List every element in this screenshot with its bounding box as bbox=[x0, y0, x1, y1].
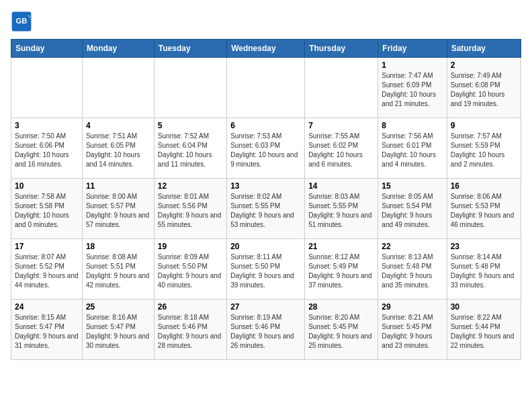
day-number: 17 bbox=[15, 242, 79, 251]
calendar-week-3: 17Sunrise: 8:07 AMSunset: 5:52 PMDayligh… bbox=[11, 239, 521, 300]
day-info: Sunrise: 8:03 AMSunset: 5:55 PMDaylight:… bbox=[308, 192, 374, 230]
day-info: Sunrise: 7:58 AMSunset: 5:58 PMDaylight:… bbox=[15, 192, 79, 230]
day-info: Sunrise: 7:55 AMSunset: 6:02 PMDaylight:… bbox=[308, 132, 374, 169]
calendar-cell: 8Sunrise: 7:56 AMSunset: 6:01 PMDaylight… bbox=[378, 118, 447, 179]
header-row: SundayMondayTuesdayWednesdayThursdayFrid… bbox=[11, 40, 521, 58]
calendar-cell bbox=[305, 58, 378, 118]
day-number: 26 bbox=[158, 302, 223, 312]
day-info: Sunrise: 8:13 AMSunset: 5:48 PMDaylight:… bbox=[382, 253, 443, 290]
calendar-cell: 3Sunrise: 7:50 AMSunset: 6:06 PMDaylight… bbox=[11, 118, 83, 179]
calendar-cell: 2Sunrise: 7:49 AMSunset: 6:08 PMDaylight… bbox=[447, 58, 521, 118]
day-number: 30 bbox=[451, 302, 517, 312]
day-info: Sunrise: 8:14 AMSunset: 5:48 PMDaylight:… bbox=[451, 253, 517, 290]
day-number: 10 bbox=[15, 181, 79, 191]
day-info: Sunrise: 8:15 AMSunset: 5:47 PMDaylight:… bbox=[15, 313, 79, 351]
calendar-body: 1Sunrise: 7:47 AMSunset: 6:09 PMDaylight… bbox=[11, 58, 521, 360]
day-number: 8 bbox=[382, 121, 443, 130]
day-info: Sunrise: 8:22 AMSunset: 5:44 PMDaylight:… bbox=[451, 313, 517, 351]
day-number: 22 bbox=[382, 242, 443, 251]
calendar-cell: 16Sunrise: 8:06 AMSunset: 5:53 PMDayligh… bbox=[447, 179, 521, 239]
day-number: 2 bbox=[451, 60, 517, 70]
calendar-cell: 5Sunrise: 7:52 AMSunset: 6:04 PMDaylight… bbox=[154, 118, 226, 179]
weekday-header-tuesday: Tuesday bbox=[154, 40, 226, 58]
calendar-week-0: 1Sunrise: 7:47 AMSunset: 6:09 PMDaylight… bbox=[11, 58, 521, 118]
calendar-cell: 13Sunrise: 8:02 AMSunset: 5:55 PMDayligh… bbox=[227, 179, 305, 239]
day-info: Sunrise: 7:56 AMSunset: 6:01 PMDaylight:… bbox=[382, 132, 443, 169]
calendar-cell: 22Sunrise: 8:13 AMSunset: 5:48 PMDayligh… bbox=[378, 239, 447, 300]
calendar-cell: 30Sunrise: 8:22 AMSunset: 5:44 PMDayligh… bbox=[447, 300, 521, 360]
calendar-cell: 25Sunrise: 8:16 AMSunset: 5:47 PMDayligh… bbox=[82, 300, 154, 360]
day-info: Sunrise: 8:11 AMSunset: 5:50 PMDaylight:… bbox=[230, 253, 301, 290]
day-info: Sunrise: 8:19 AMSunset: 5:46 PMDaylight:… bbox=[230, 313, 301, 351]
calendar-cell: 27Sunrise: 8:19 AMSunset: 5:46 PMDayligh… bbox=[227, 300, 305, 360]
calendar-cell: 23Sunrise: 8:14 AMSunset: 5:48 PMDayligh… bbox=[447, 239, 521, 300]
calendar-cell: 10Sunrise: 7:58 AMSunset: 5:58 PMDayligh… bbox=[11, 179, 83, 239]
calendar-cell: 15Sunrise: 8:05 AMSunset: 5:54 PMDayligh… bbox=[378, 179, 447, 239]
day-number: 9 bbox=[451, 121, 517, 130]
day-info: Sunrise: 7:50 AMSunset: 6:06 PMDaylight:… bbox=[15, 132, 79, 169]
day-number: 24 bbox=[15, 302, 79, 312]
calendar-cell: 1Sunrise: 7:47 AMSunset: 6:09 PMDaylight… bbox=[378, 58, 447, 118]
day-info: Sunrise: 8:07 AMSunset: 5:52 PMDaylight:… bbox=[15, 253, 79, 290]
calendar-cell bbox=[227, 58, 305, 118]
day-number: 6 bbox=[230, 121, 301, 130]
calendar-cell: 7Sunrise: 7:55 AMSunset: 6:02 PMDaylight… bbox=[305, 118, 378, 179]
calendar-week-2: 10Sunrise: 7:58 AMSunset: 5:58 PMDayligh… bbox=[11, 179, 521, 239]
day-info: Sunrise: 7:52 AMSunset: 6:04 PMDaylight:… bbox=[158, 132, 223, 169]
day-number: 7 bbox=[308, 121, 374, 130]
calendar-cell: 18Sunrise: 8:08 AMSunset: 5:51 PMDayligh… bbox=[82, 239, 154, 300]
calendar-cell: 17Sunrise: 8:07 AMSunset: 5:52 PMDayligh… bbox=[11, 239, 83, 300]
day-number: 28 bbox=[308, 302, 374, 312]
calendar-cell: 26Sunrise: 8:18 AMSunset: 5:46 PMDayligh… bbox=[154, 300, 226, 360]
calendar-cell: 12Sunrise: 8:01 AMSunset: 5:56 PMDayligh… bbox=[154, 179, 226, 239]
logo-icon: GB bbox=[11, 11, 32, 32]
day-number: 5 bbox=[158, 121, 223, 130]
day-number: 18 bbox=[86, 242, 150, 251]
calendar-cell: 14Sunrise: 8:03 AMSunset: 5:55 PMDayligh… bbox=[305, 179, 378, 239]
calendar-cell: 11Sunrise: 8:00 AMSunset: 5:57 PMDayligh… bbox=[82, 179, 154, 239]
weekday-header-thursday: Thursday bbox=[305, 40, 378, 58]
calendar-cell bbox=[11, 58, 83, 118]
day-info: Sunrise: 7:49 AMSunset: 6:08 PMDaylight:… bbox=[451, 71, 517, 109]
day-number: 21 bbox=[308, 242, 374, 251]
day-number: 4 bbox=[86, 121, 150, 130]
day-info: Sunrise: 8:02 AMSunset: 5:55 PMDaylight:… bbox=[230, 192, 301, 230]
day-info: Sunrise: 8:06 AMSunset: 5:53 PMDaylight:… bbox=[451, 192, 517, 230]
calendar-cell: 19Sunrise: 8:09 AMSunset: 5:50 PMDayligh… bbox=[154, 239, 226, 300]
day-number: 14 bbox=[308, 181, 374, 191]
weekday-header-saturday: Saturday bbox=[447, 40, 521, 58]
calendar-cell: 20Sunrise: 8:11 AMSunset: 5:50 PMDayligh… bbox=[227, 239, 305, 300]
weekday-header-wednesday: Wednesday bbox=[227, 40, 305, 58]
day-number: 1 bbox=[382, 60, 443, 70]
calendar-cell bbox=[154, 58, 226, 118]
day-number: 13 bbox=[230, 181, 301, 191]
calendar-table: SundayMondayTuesdayWednesdayThursdayFrid… bbox=[11, 39, 521, 360]
calendar-week-1: 3Sunrise: 7:50 AMSunset: 6:06 PMDaylight… bbox=[11, 118, 521, 179]
day-number: 19 bbox=[158, 242, 223, 251]
calendar-cell: 4Sunrise: 7:51 AMSunset: 6:05 PMDaylight… bbox=[82, 118, 154, 179]
calendar-header: SundayMondayTuesdayWednesdayThursdayFrid… bbox=[11, 40, 521, 58]
day-number: 27 bbox=[230, 302, 301, 312]
day-number: 25 bbox=[86, 302, 150, 312]
day-info: Sunrise: 8:21 AMSunset: 5:45 PMDaylight:… bbox=[382, 313, 443, 351]
calendar-cell: 24Sunrise: 8:15 AMSunset: 5:47 PMDayligh… bbox=[11, 300, 83, 360]
day-number: 15 bbox=[382, 181, 443, 191]
calendar-cell: 29Sunrise: 8:21 AMSunset: 5:45 PMDayligh… bbox=[378, 300, 447, 360]
calendar-cell: 6Sunrise: 7:53 AMSunset: 6:03 PMDaylight… bbox=[227, 118, 305, 179]
day-info: Sunrise: 7:47 AMSunset: 6:09 PMDaylight:… bbox=[382, 71, 443, 109]
calendar-week-4: 24Sunrise: 8:15 AMSunset: 5:47 PMDayligh… bbox=[11, 300, 521, 360]
day-number: 29 bbox=[382, 302, 443, 312]
calendar-cell: 9Sunrise: 7:57 AMSunset: 5:59 PMDaylight… bbox=[447, 118, 521, 179]
svg-text:GB: GB bbox=[16, 17, 28, 25]
day-info: Sunrise: 8:00 AMSunset: 5:57 PMDaylight:… bbox=[86, 192, 150, 230]
day-info: Sunrise: 8:01 AMSunset: 5:56 PMDaylight:… bbox=[158, 192, 223, 230]
day-number: 11 bbox=[86, 181, 150, 191]
day-info: Sunrise: 8:12 AMSunset: 5:49 PMDaylight:… bbox=[308, 253, 374, 290]
day-info: Sunrise: 8:20 AMSunset: 5:45 PMDaylight:… bbox=[308, 313, 374, 351]
day-info: Sunrise: 7:51 AMSunset: 6:05 PMDaylight:… bbox=[86, 132, 150, 169]
weekday-header-sunday: Sunday bbox=[11, 40, 83, 58]
page-header: GB bbox=[11, 11, 521, 32]
day-info: Sunrise: 7:57 AMSunset: 5:59 PMDaylight:… bbox=[451, 132, 517, 169]
day-info: Sunrise: 8:18 AMSunset: 5:46 PMDaylight:… bbox=[158, 313, 223, 351]
day-info: Sunrise: 8:09 AMSunset: 5:50 PMDaylight:… bbox=[158, 253, 223, 290]
